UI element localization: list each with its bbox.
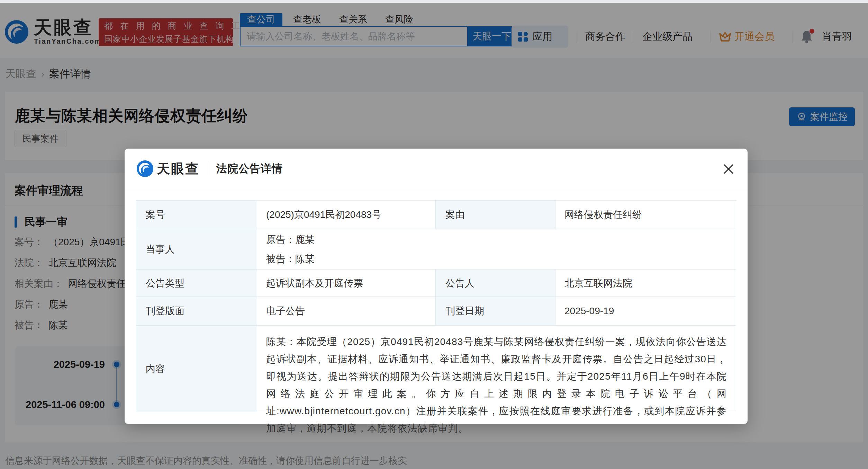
table-label-publication-page: 刊登版面 <box>136 297 257 326</box>
table-label-case-number: 案号 <box>136 201 257 229</box>
browser-chrome-sliver <box>0 0 868 3</box>
party-plaintiff: 原告：鹿某 <box>266 233 315 246</box>
announcement-content-text: 陈某：本院受理（2025）京0491民初20483号鹿某与陈某网络侵权责任纠纷一… <box>266 333 727 437</box>
table-label-parties: 当事人 <box>136 229 257 270</box>
table-value-publication-page: 电子公告 <box>257 297 436 326</box>
table-value-parties: 原告：鹿某 被告：陈某 <box>257 229 736 270</box>
page-root: 天眼查 TianYanCha.com 都 在 用 的 商 业 查 询 工 具 国… <box>0 0 868 469</box>
close-icon <box>723 163 734 175</box>
modal-header: 天眼查 法院公告详情 <box>125 149 748 189</box>
table-label-publication-date: 刊登日期 <box>436 297 555 326</box>
table-label-content: 内容 <box>136 326 257 412</box>
table-value-cause: 网络侵权责任纠纷 <box>555 201 736 229</box>
table-value-publication-date: 2025-09-19 <box>555 297 736 326</box>
table-value-case-number: (2025)京0491民初20483号 <box>257 201 436 229</box>
tianyancha-eye-icon <box>137 160 153 177</box>
party-defendant: 被告：陈某 <box>266 253 315 266</box>
modal-brand-text: 天眼查 <box>157 160 199 178</box>
table-value-announcement-type: 起诉状副本及开庭传票 <box>257 270 436 297</box>
announcement-detail-table: 案号 (2025)京0491民初20483号 案由 网络侵权责任纠纷 当事人 原… <box>136 200 736 412</box>
modal-title: 法院公告详情 <box>216 161 283 176</box>
table-label-announcer: 公告人 <box>436 270 555 297</box>
modal-header-divider <box>208 163 208 175</box>
table-value-announcer: 北京互联网法院 <box>555 270 736 297</box>
table-label-cause: 案由 <box>436 201 555 229</box>
court-announcement-modal: 天眼查 法院公告详情 案号 (2025)京0491民初20483号 案由 网络侵… <box>125 149 748 424</box>
table-value-content: 陈某：本院受理（2025）京0491民初20483号鹿某与陈某网络侵权责任纠纷一… <box>257 326 736 412</box>
modal-close-button[interactable] <box>721 162 736 176</box>
table-label-announcement-type: 公告类型 <box>136 270 257 297</box>
